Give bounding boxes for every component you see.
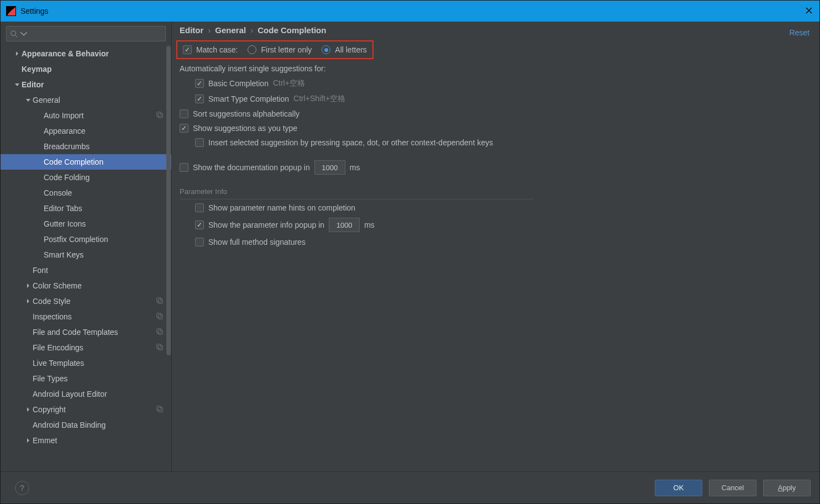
chevron-down-icon bbox=[20, 30, 28, 38]
sidebar-item-label: Console bbox=[44, 188, 72, 197]
sidebar-item-label: Live Templates bbox=[33, 359, 84, 368]
chevron-right-icon[interactable] bbox=[24, 283, 33, 288]
search-icon bbox=[10, 30, 18, 38]
svg-rect-4 bbox=[158, 299, 162, 303]
chevron-right-icon[interactable] bbox=[24, 298, 33, 304]
sidebar-item-general[interactable]: General bbox=[1, 92, 171, 108]
tree-scrollbar[interactable] bbox=[166, 46, 171, 471]
sidebar-item-label: Code Folding bbox=[44, 173, 90, 182]
scheme-badge-icon bbox=[156, 312, 164, 322]
ok-button[interactable]: OK bbox=[655, 480, 702, 496]
sidebar-item-label: Editor bbox=[22, 80, 44, 89]
param-popup-input[interactable] bbox=[329, 218, 360, 232]
sidebar-item-label: Inspections bbox=[33, 312, 72, 321]
sidebar-item-gutter-icons[interactable]: Gutter Icons bbox=[1, 216, 171, 232]
svg-rect-7 bbox=[157, 328, 161, 333]
sidebar-item-emmet[interactable]: Emmet bbox=[1, 433, 171, 448]
footer: ? OK Cancel Apply bbox=[1, 471, 819, 503]
chevron-down-icon[interactable] bbox=[24, 97, 33, 103]
first-letter-label[interactable]: First letter only bbox=[261, 45, 312, 54]
sidebar-item-color-scheme[interactable]: Color Scheme bbox=[1, 278, 171, 293]
sidebar-item-live-templates[interactable]: Live Templates bbox=[1, 355, 171, 371]
first-letter-radio[interactable] bbox=[248, 45, 256, 54]
search-input[interactable] bbox=[6, 26, 166, 41]
suggest-type-checkbox[interactable] bbox=[180, 124, 188, 133]
suggest-type-label[interactable]: Show suggestions as you type bbox=[193, 124, 297, 133]
sidebar-item-label: Code Completion bbox=[44, 158, 103, 166]
chevron-right-icon[interactable] bbox=[24, 407, 33, 412]
basic-completion-label[interactable]: Basic Completion bbox=[208, 79, 269, 88]
sidebar-item-file-encodings[interactable]: File Encodings bbox=[1, 340, 171, 355]
sidebar-item-label: Android Data Binding bbox=[33, 421, 106, 429]
sidebar-item-postfix-completion[interactable]: Postfix Completion bbox=[1, 232, 171, 247]
chevron-right-icon[interactable] bbox=[24, 438, 33, 443]
full-sig-checkbox[interactable] bbox=[195, 238, 204, 246]
sidebar-item-label: Appearance & Behavior bbox=[22, 49, 109, 58]
auto-insert-label: Automatically insert single suggestions … bbox=[180, 61, 812, 76]
smart-completion-checkbox[interactable] bbox=[195, 95, 204, 103]
sidebar-item-label: Font bbox=[33, 266, 48, 275]
smart-completion-label[interactable]: Smart Type Completion bbox=[208, 95, 289, 103]
param-hints-label[interactable]: Show parameter name hints on completion bbox=[208, 203, 355, 212]
sidebar-item-code-style[interactable]: Code Style bbox=[1, 293, 171, 309]
sidebar-item-label: Android Layout Editor bbox=[33, 390, 107, 398]
close-button[interactable] bbox=[804, 6, 814, 15]
breadcrumb-part[interactable]: General bbox=[215, 25, 246, 35]
param-popup-label-pre[interactable]: Show the parameter info popup in bbox=[208, 221, 324, 229]
sidebar-item-editor-tabs[interactable]: Editor Tabs bbox=[1, 201, 171, 216]
doc-popup-checkbox[interactable] bbox=[180, 163, 188, 172]
full-sig-label[interactable]: Show full method signatures bbox=[208, 238, 306, 246]
sidebar-item-label: General bbox=[33, 96, 60, 104]
param-popup-checkbox[interactable] bbox=[195, 221, 204, 229]
sidebar-item-code-completion[interactable]: Code Completion bbox=[1, 154, 171, 170]
all-letters-label[interactable]: All letters bbox=[335, 45, 367, 54]
sidebar-item-appearance-behavior[interactable]: Appearance & Behavior bbox=[1, 46, 171, 61]
breadcrumb-sep: › bbox=[250, 25, 253, 35]
insert-selected-label[interactable]: Insert selected suggestion by pressing s… bbox=[208, 138, 493, 147]
help-button[interactable]: ? bbox=[15, 481, 29, 495]
sort-alpha-checkbox[interactable] bbox=[180, 109, 188, 118]
breadcrumb-part: Code Completion bbox=[257, 25, 326, 35]
sidebar-item-inspections[interactable]: Inspections bbox=[1, 309, 171, 324]
chevron-right-icon[interactable] bbox=[13, 51, 22, 56]
sidebar-item-file-types[interactable]: File Types bbox=[1, 371, 171, 386]
sidebar-item-console[interactable]: Console bbox=[1, 185, 171, 201]
all-letters-radio[interactable] bbox=[322, 45, 330, 54]
svg-rect-1 bbox=[157, 112, 161, 116]
sidebar-item-label: Appearance bbox=[44, 127, 86, 135]
sidebar-item-auto-import[interactable]: Auto Import bbox=[1, 108, 171, 123]
cancel-button[interactable]: Cancel bbox=[709, 480, 756, 496]
sidebar-item-file-and-code-templates[interactable]: File and Code Templates bbox=[1, 324, 171, 340]
match-case-checkbox[interactable] bbox=[183, 45, 192, 54]
sidebar-item-label: File Types bbox=[33, 374, 68, 383]
sidebar-item-editor[interactable]: Editor bbox=[1, 77, 171, 92]
scheme-badge-icon bbox=[156, 405, 164, 414]
sidebar-item-android-data-binding[interactable]: Android Data Binding bbox=[1, 417, 171, 433]
param-hints-checkbox[interactable] bbox=[195, 203, 204, 212]
doc-popup-label-post: ms bbox=[350, 163, 360, 172]
sidebar-item-label: Color Scheme bbox=[33, 281, 82, 290]
sidebar-item-smart-keys[interactable]: Smart Keys bbox=[1, 247, 171, 262]
sidebar-item-code-folding[interactable]: Code Folding bbox=[1, 170, 171, 185]
breadcrumb-part[interactable]: Editor bbox=[180, 25, 203, 35]
reset-link[interactable]: Reset bbox=[789, 28, 810, 37]
sidebar-item-label: Auto Import bbox=[44, 111, 83, 120]
basic-completion-checkbox[interactable] bbox=[195, 79, 204, 88]
sidebar-item-copyright[interactable]: Copyright bbox=[1, 402, 171, 417]
svg-rect-8 bbox=[158, 330, 162, 334]
chevron-down-icon[interactable] bbox=[13, 82, 22, 87]
form: Match case: First letter only All letter… bbox=[172, 38, 819, 471]
sort-alpha-label[interactable]: Sort suggestions alphabetically bbox=[193, 109, 299, 118]
svg-rect-12 bbox=[158, 407, 162, 412]
doc-popup-input[interactable] bbox=[314, 160, 345, 175]
sidebar-item-breadcrumbs[interactable]: Breadcrumbs bbox=[1, 139, 171, 154]
insert-selected-checkbox[interactable] bbox=[195, 138, 204, 147]
sidebar-item-android-layout-editor[interactable]: Android Layout Editor bbox=[1, 386, 171, 402]
match-case-label[interactable]: Match case: bbox=[196, 45, 238, 54]
sidebar-item-font[interactable]: Font bbox=[1, 262, 171, 278]
apply-button[interactable]: Apply bbox=[763, 480, 811, 496]
sidebar-item-appearance[interactable]: Appearance bbox=[1, 123, 171, 139]
doc-popup-label-pre[interactable]: Show the documentation popup in bbox=[193, 163, 310, 172]
content-panel: Editor › General › Code Completion Reset… bbox=[172, 22, 819, 471]
sidebar-item-keymap[interactable]: Keymap bbox=[1, 61, 171, 77]
